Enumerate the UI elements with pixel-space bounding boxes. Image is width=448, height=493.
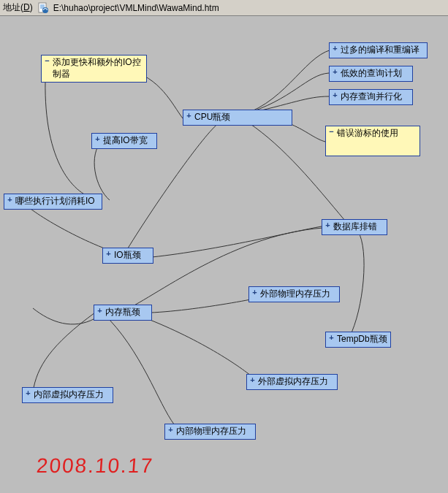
- node-label: 错误游标的使用: [337, 128, 398, 140]
- node-cursor-misuse[interactable]: − 错误游标的使用: [325, 126, 420, 156]
- edge: [33, 308, 95, 324]
- handwritten-date: 2008.10.17: [36, 454, 154, 478]
- node-label: 低效的查询计划: [341, 68, 402, 80]
- expand-icon[interactable]: +: [331, 69, 339, 77]
- expand-icon[interactable]: +: [248, 377, 257, 385]
- node-db-troubleshoot[interactable]: + 数据库排错: [322, 219, 387, 235]
- node-label: 提高IO带宽: [103, 135, 148, 147]
- address-bar: 地址(D) E:\huhao\project\VMLMind\WawaMind.…: [0, 0, 448, 16]
- node-label: 内存查询并行化: [341, 91, 402, 103]
- edge: [139, 316, 256, 380]
- node-label: 内存瓶颈: [105, 307, 140, 318]
- edge: [33, 313, 95, 392]
- address-path[interactable]: E:\huhao\project\VMLMind\WawaMind.htm: [53, 3, 219, 13]
- node-label: 内部虚拟内存压力: [34, 389, 104, 401]
- node-label: 内部物理内存压力: [176, 426, 246, 437]
- address-label-suffix: ): [30, 2, 33, 12]
- expand-icon[interactable]: +: [327, 335, 335, 343]
- node-label: 哪些执行计划消耗IO: [15, 196, 95, 207]
- expand-icon[interactable]: +: [94, 136, 102, 144]
- expand-icon[interactable]: +: [185, 112, 193, 121]
- node-tempdb-bottleneck[interactable]: + TempDb瓶颈: [325, 332, 391, 348]
- expand-icon[interactable]: +: [324, 222, 332, 230]
- node-label: TempDb瓶颈: [337, 334, 387, 345]
- expand-icon[interactable]: +: [105, 251, 113, 259]
- node-label: 过多的编译和重编译: [341, 45, 419, 56]
- edge: [110, 320, 178, 429]
- edge: [94, 140, 110, 200]
- expand-icon[interactable]: +: [96, 307, 104, 316]
- expand-icon[interactable]: +: [167, 427, 175, 435]
- edge: [349, 232, 364, 337]
- node-int-virt-mem[interactable]: + 内部虚拟内存压力: [22, 387, 113, 403]
- mindmap-canvas[interactable]: − 添加更快和额外的IO控制器 + CPU瓶颈 + 过多的编译和重编译 + 低效…: [0, 16, 448, 493]
- expand-icon[interactable]: +: [24, 390, 32, 398]
- expand-icon[interactable]: +: [331, 45, 339, 53]
- edge: [243, 73, 329, 115]
- node-label: CPU瓶颈: [194, 112, 230, 123]
- expand-icon[interactable]: +: [6, 196, 14, 205]
- edge: [152, 226, 322, 257]
- collapse-icon[interactable]: −: [327, 129, 335, 137]
- node-bad-query-plan[interactable]: + 低效的查询计划: [329, 66, 413, 82]
- node-ext-phys-mem[interactable]: + 外部物理内存压力: [248, 286, 340, 302]
- node-label: 外部虚拟内存压力: [258, 376, 328, 388]
- node-io-controller[interactable]: − 添加更快和额外的IO控制器: [41, 55, 147, 83]
- collapse-icon[interactable]: −: [43, 58, 51, 66]
- node-ext-virt-mem[interactable]: + 外部虚拟内存压力: [246, 374, 338, 390]
- address-hotkey: D: [23, 2, 30, 12]
- edge-layer: [0, 16, 448, 493]
- address-label-prefix: 地址(: [3, 2, 23, 12]
- node-mem-bottleneck[interactable]: + 内存瓶颈: [94, 305, 152, 321]
- node-more-compile[interactable]: + 过多的编译和重编译: [329, 42, 428, 58]
- edge: [243, 49, 336, 115]
- node-int-phys-mem[interactable]: + 内部物理内存压力: [164, 424, 256, 440]
- node-label: 外部物理内存压力: [260, 288, 330, 300]
- node-increase-io-bw[interactable]: + 提高IO带宽: [91, 133, 157, 149]
- ie-page-icon: [37, 2, 49, 14]
- node-label: IO瓶颈: [114, 250, 141, 261]
- node-label: 数据库排错: [333, 221, 377, 233]
- expand-icon[interactable]: +: [251, 289, 259, 297]
- node-mem-parallel[interactable]: + 内存查询并行化: [329, 89, 413, 105]
- node-cpu-bottleneck[interactable]: + CPU瓶颈: [183, 110, 292, 126]
- node-io-bottleneck[interactable]: + IO瓶颈: [102, 248, 153, 264]
- expand-icon[interactable]: +: [331, 92, 339, 100]
- node-label: 添加更快和额外的IO控制器: [53, 57, 143, 80]
- node-which-plans-io[interactable]: + 哪些执行计划消耗IO: [4, 194, 102, 210]
- address-label: 地址(D): [3, 1, 33, 14]
